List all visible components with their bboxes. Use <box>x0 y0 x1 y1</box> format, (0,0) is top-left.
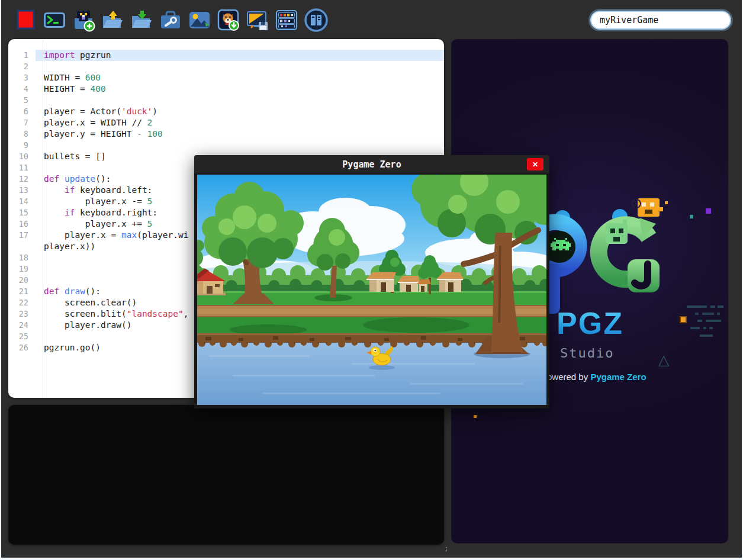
toolbar <box>13 8 328 33</box>
tools-button[interactable] <box>158 8 183 33</box>
docs-button[interactable] <box>303 8 328 33</box>
powered-by-line: Powered by Pygame Zero <box>541 372 646 382</box>
open-project-button[interactable] <box>100 8 125 33</box>
pixel-decor-orange <box>474 415 477 418</box>
new-project-icon <box>72 8 95 32</box>
pygame-zero-brand: Pygame Zero <box>590 372 646 382</box>
pgz-wordmark: PGZ <box>557 305 623 341</box>
orange-robot-icon <box>638 198 668 217</box>
folder-upload-icon <box>101 8 124 32</box>
pygame-window: Pygame Zero ✕ <box>194 155 549 408</box>
code-line: 2 <box>8 61 444 72</box>
close-button[interactable]: ✕ <box>527 158 543 170</box>
filename-input[interactable] <box>590 11 731 30</box>
pygame-window-titlebar[interactable]: Pygame Zero ✕ <box>194 155 549 173</box>
pixel-decor-purple <box>706 208 711 214</box>
code-line: 6player = Actor('duck') <box>8 106 444 117</box>
save-project-button[interactable] <box>129 8 154 33</box>
export-icon <box>246 8 269 32</box>
actor-download-icon <box>217 8 240 32</box>
asset-panel-icon <box>275 8 298 32</box>
pygame-window-title: Pygame Zero <box>342 159 401 170</box>
folder-download-icon <box>130 8 153 32</box>
studio-subtitle: Studio <box>560 346 614 361</box>
pygame-canvas[interactable] <box>194 173 549 408</box>
terminal-icon <box>43 8 66 32</box>
code-line: 7player.x = WIDTH // 2 <box>8 117 444 128</box>
new-project-button[interactable] <box>71 8 96 33</box>
code-line: 5 <box>8 95 444 106</box>
asset-panel-button[interactable] <box>274 8 299 33</box>
pgz-studio-window: 1import pgzrun23WIDTH = 6004HEIGHT = 400… <box>1 0 742 558</box>
code-dashes-decor <box>679 302 726 340</box>
export-button[interactable] <box>245 8 270 33</box>
green-robot-icon <box>606 220 628 244</box>
gutter-divider <box>43 39 43 398</box>
actors-button[interactable] <box>216 8 241 33</box>
pixel-decor-teal <box>690 215 693 218</box>
code-line: 4HEIGHT = 400 <box>8 83 444 95</box>
close-icon: ✕ <box>532 160 538 169</box>
triangle-decor: △ <box>658 352 669 368</box>
run-console-button[interactable] <box>42 8 67 33</box>
images-button[interactable] <box>187 8 212 33</box>
code-line: 3WIDTH = 600 <box>8 72 444 83</box>
status-text: ; <box>444 543 449 552</box>
code-line: 1import pgzrun <box>8 50 444 61</box>
code-line: 8player.y = HEIGHT - 100 <box>8 128 444 140</box>
console-output[interactable] <box>8 405 444 545</box>
game-landscape <box>197 175 546 405</box>
code-line: 9 <box>8 140 444 151</box>
stop-icon <box>14 8 37 32</box>
ring-decor <box>632 199 641 208</box>
toolbox-icon <box>159 8 182 32</box>
stop-button[interactable] <box>13 8 38 33</box>
image-icon <box>188 8 211 32</box>
docs-icon <box>303 7 328 33</box>
